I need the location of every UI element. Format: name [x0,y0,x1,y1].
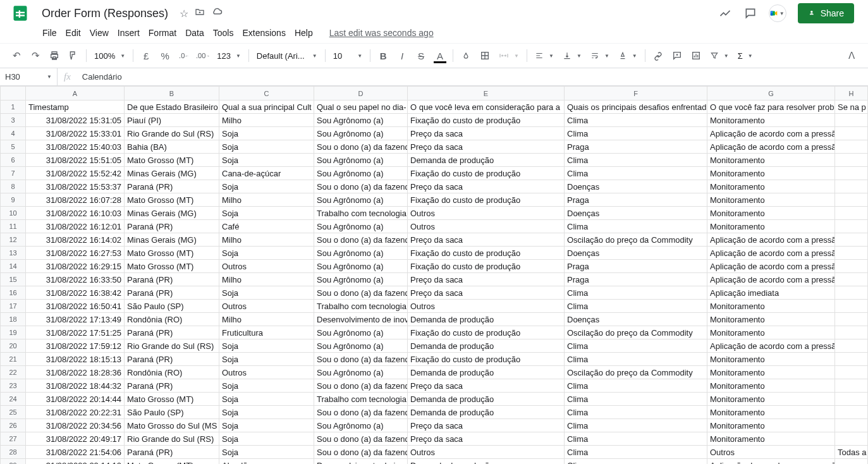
cell[interactable]: Soja [219,247,314,260]
cell[interactable]: Monitoramento [707,313,835,326]
cell[interactable]: Sou Agrônomo (a) [314,326,408,339]
cell[interactable]: Oscilação do preço da Commodity [565,326,707,339]
cell[interactable]: O que você leva em consideração para a [408,101,565,114]
cell[interactable]: Sou o dono (a) da fazend [314,406,408,419]
cell[interactable]: Clima [565,127,707,140]
cell[interactable]: Soja [219,127,314,140]
cell[interactable] [835,273,868,286]
cell[interactable]: Aplicação imediata [707,286,835,300]
cell[interactable] [835,339,868,353]
cell[interactable] [835,207,868,220]
row-number[interactable]: 10 [1,207,26,220]
cell[interactable]: Rio Grande do Sul (RS) [125,339,219,353]
cell[interactable]: Monitoramento [707,393,835,406]
text-wrap-icon[interactable]: ▼ [587,50,613,61]
cell[interactable]: Soja [219,446,314,459]
cell[interactable]: Preço da saca [408,140,565,154]
cell[interactable]: Preço da saca [408,432,565,446]
cell[interactable]: Milho [219,114,314,127]
cell[interactable] [835,247,868,260]
text-color-icon[interactable]: A [431,47,449,64]
col-header[interactable]: A [26,87,125,101]
row-number[interactable]: 20 [1,339,26,353]
row-number[interactable]: 13 [1,247,26,260]
cell[interactable]: 31/08/2022 16:27:53 [26,247,125,260]
last-edit-link[interactable]: Last edit was seconds ago [325,25,438,40]
menu-file[interactable]: File [38,25,61,40]
cell[interactable]: Outros [219,260,314,273]
cell[interactable]: Paraná (PR) [125,273,219,286]
cell[interactable]: 31/08/2022 17:59:12 [26,339,125,353]
cell[interactable]: Todas a [835,446,868,459]
cell[interactable]: Outros [408,207,565,220]
cell[interactable]: Fixação do custo de produção [408,353,565,366]
menu-insert[interactable]: Insert [113,25,144,40]
cell[interactable]: Monitoramento [707,353,835,366]
cell[interactable]: Sou Agrônomo (a) [314,167,408,180]
cell[interactable]: Monitoramento [707,432,835,446]
cell[interactable]: Trabalho com tecnologia [314,207,408,220]
cell[interactable] [835,286,868,300]
cell[interactable]: 31/08/2022 16:12:01 [26,220,125,233]
cell[interactable] [835,193,868,207]
cell[interactable]: 31/08/2022 16:07:28 [26,193,125,207]
cell[interactable]: Clima [565,114,707,127]
cell[interactable]: Minas Gerais (MG) [125,233,219,247]
cell[interactable]: Se na p [835,101,868,114]
text-rotation-icon[interactable]: ▼ [614,50,641,61]
row-number[interactable]: 24 [1,393,26,406]
col-header[interactable]: E [408,87,565,101]
vertical-align-icon[interactable]: ▼ [559,50,585,61]
row-number[interactable]: 4 [1,127,26,140]
cell[interactable]: Trabalho com tecnologia [314,393,408,406]
cell[interactable]: Monitoramento [707,180,835,193]
cell[interactable]: 31/08/2022 15:51:05 [26,154,125,167]
borders-icon[interactable] [476,47,494,64]
cell[interactable] [835,300,868,313]
cell[interactable]: São Paulo (SP) [125,300,219,313]
row-number[interactable]: 28 [1,446,26,459]
activity-icon[interactable] [718,6,732,20]
menu-extensions[interactable]: Extensions [238,25,290,40]
zoom-select[interactable]: 100%▼ [90,50,129,62]
cell[interactable]: Minas Gerais (MG) [125,167,219,180]
cell[interactable] [835,140,868,154]
cell[interactable]: Aplicação de acordo com a pressão da pr [707,127,835,140]
col-header[interactable]: H [835,87,868,101]
cell[interactable]: Fixação do custo de produção [408,167,565,180]
cell[interactable]: Doenças [565,180,707,193]
cell[interactable] [835,459,868,465]
row-number[interactable]: 12 [1,233,26,247]
decrease-decimal-icon[interactable]: .0← [175,47,193,64]
cell[interactable]: Soja [219,406,314,419]
cell[interactable]: Sou Agrônomo (a) [314,127,408,140]
cell[interactable]: 31/08/2022 20:22:31 [26,406,125,419]
cell[interactable]: Paraná (PR) [125,286,219,300]
cell[interactable]: Oscilação do preço da Commodity [565,366,707,379]
cell[interactable]: Clima [565,339,707,353]
cell[interactable]: Soja [219,339,314,353]
row-number[interactable]: 8 [1,180,26,193]
cell[interactable]: Sou o dono (a) da fazend [314,379,408,393]
spreadsheet-grid[interactable]: A B C D E F G H 1TimestampDe que Estado … [0,86,868,464]
cell[interactable]: Fixação do custo de produção [408,326,565,339]
cell[interactable] [835,353,868,366]
row-number[interactable]: 29 [1,459,26,465]
cell[interactable]: 31/08/2022 15:31:05 [26,114,125,127]
fill-color-icon[interactable] [457,47,475,64]
cell[interactable]: Outros [219,366,314,379]
cell[interactable]: Clima [565,286,707,300]
cell[interactable]: Aplicação de acordo com a pressão da pr [707,140,835,154]
col-header[interactable]: D [314,87,408,101]
bold-icon[interactable]: B [374,47,392,64]
cell[interactable]: Rio Grande do Sul (RS) [125,127,219,140]
cell[interactable] [835,167,868,180]
cell[interactable]: 31/08/2022 16:33:50 [26,273,125,286]
cell[interactable] [835,154,868,167]
cell[interactable]: O que você faz para resolver prob [707,101,835,114]
currency-icon[interactable]: £ [137,47,155,64]
cell[interactable]: Paraná (PR) [125,180,219,193]
comments-icon[interactable] [743,6,757,20]
cell[interactable]: Paraná (PR) [125,326,219,339]
row-number[interactable]: 3 [1,114,26,127]
